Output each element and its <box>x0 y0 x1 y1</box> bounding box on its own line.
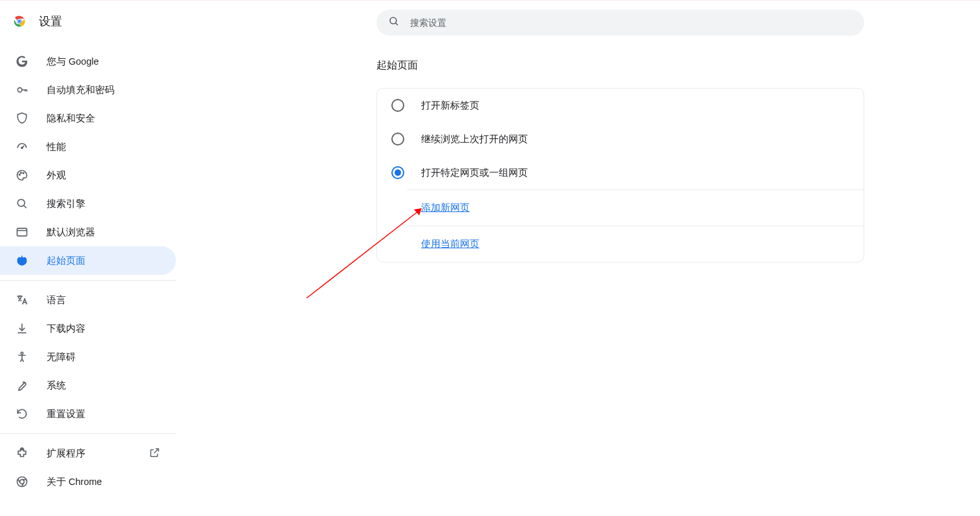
svg-point-13 <box>23 173 24 174</box>
radio-label: 打开特定网页或一组网页 <box>421 167 528 179</box>
sidebar-item-privacy[interactable]: 隐私和安全 <box>0 104 176 133</box>
sidebar-item-downloads[interactable]: 下载内容 <box>0 314 176 343</box>
sidebar-item-reset[interactable]: 重置设置 <box>0 400 176 428</box>
search-icon <box>16 197 28 210</box>
radio-continue[interactable]: 继续浏览上次打开的网页 <box>377 122 864 156</box>
svg-line-4 <box>395 23 398 25</box>
wrench-icon <box>16 379 28 392</box>
page-title: 设置 <box>39 14 62 29</box>
svg-point-5 <box>17 88 22 92</box>
sidebar-item-label: 默认浏览器 <box>47 226 176 239</box>
search-input[interactable] <box>410 17 853 28</box>
google-icon <box>16 55 28 68</box>
search-icon <box>388 16 400 30</box>
sidebar-item-accessibility[interactable]: 无障碍 <box>0 343 176 371</box>
download-icon <box>16 322 28 335</box>
nav-divider <box>0 280 176 281</box>
power-icon <box>16 254 28 267</box>
sidebar-item-about[interactable]: 关于 Chrome <box>0 468 176 496</box>
use-current-row[interactable]: 使用当前网页 <box>407 226 864 262</box>
sidebar-item-label: 搜索引擎 <box>47 198 176 210</box>
shield-icon <box>16 112 28 125</box>
svg-point-21 <box>21 352 23 354</box>
sidebar-item-languages[interactable]: 语言 <box>0 286 176 314</box>
radio-label: 继续浏览上次打开的网页 <box>421 133 528 145</box>
sidebar-item-label: 自动填充和密码 <box>47 84 176 96</box>
sidebar-item-label: 扩展程序 <box>47 447 131 460</box>
svg-point-14 <box>17 199 25 206</box>
sidebar-item-label: 语言 <box>47 294 176 306</box>
svg-point-10 <box>21 147 23 149</box>
sidebar-item-label: 重置设置 <box>47 408 176 420</box>
radio-icon <box>391 133 404 145</box>
browser-icon <box>16 226 28 239</box>
sidebar-item-label: 无障碍 <box>47 351 176 363</box>
sidebar-item-performance[interactable]: 性能 <box>0 133 176 161</box>
main-content: 起始页面 打开新标签页 继续浏览上次打开的网页 打开特定网页或一组网页 添加新网… <box>376 59 864 263</box>
chrome-logo-icon <box>13 15 26 28</box>
nav-divider <box>0 433 176 434</box>
header: 设置 <box>0 1 980 42</box>
add-page-row[interactable]: 添加新网页 <box>407 189 864 226</box>
external-link-icon <box>149 447 160 460</box>
startup-card: 打开新标签页 继续浏览上次打开的网页 打开特定网页或一组网页 添加新网页 使用当… <box>376 88 864 263</box>
speed-icon <box>16 140 28 153</box>
sidebar-item-on-startup[interactable]: 起始页面 <box>0 246 176 275</box>
svg-line-15 <box>24 206 27 208</box>
section-title: 起始页面 <box>376 59 864 72</box>
sidebar-item-you-and-google[interactable]: 您与 Google <box>0 47 176 76</box>
radio-open-new-tab[interactable]: 打开新标签页 <box>377 89 864 122</box>
key-icon <box>16 83 28 96</box>
svg-point-11 <box>19 174 20 175</box>
sidebar-item-label: 性能 <box>47 141 176 153</box>
sidebar-item-default-browser[interactable]: 默认浏览器 <box>0 218 176 246</box>
translate-icon <box>16 294 28 306</box>
sidebar-item-label: 外观 <box>47 169 176 182</box>
add-page-link[interactable]: 添加新网页 <box>421 202 470 213</box>
svg-point-2 <box>17 19 21 23</box>
palette-icon <box>16 169 28 182</box>
accessibility-icon <box>16 350 28 363</box>
radio-label: 打开新标签页 <box>421 100 479 112</box>
sidebar-item-label: 隐私和安全 <box>47 113 176 125</box>
svg-point-3 <box>390 17 397 24</box>
sidebar-item-label: 您与 Google <box>47 56 176 68</box>
sidebar-item-appearance[interactable]: 外观 <box>0 161 176 189</box>
sidebar-item-system[interactable]: 系统 <box>0 371 176 400</box>
chrome-icon <box>16 475 28 488</box>
radio-icon-checked <box>391 166 404 179</box>
radio-specific-pages[interactable]: 打开特定网页或一组网页 <box>377 156 864 189</box>
sidebar-item-search-engine[interactable]: 搜索引擎 <box>0 189 176 218</box>
svg-rect-16 <box>17 228 27 236</box>
radio-icon <box>391 99 404 112</box>
svg-point-12 <box>21 172 22 173</box>
reset-icon <box>16 407 28 420</box>
sidebar-item-extensions[interactable]: 扩展程序 <box>0 439 176 468</box>
header-left: 设置 <box>0 14 62 29</box>
search-box[interactable] <box>376 10 864 36</box>
svg-line-23 <box>154 449 158 453</box>
sidebar-item-label: 起始页面 <box>47 255 176 267</box>
use-current-link[interactable]: 使用当前网页 <box>421 239 479 249</box>
sidebar: 您与 Google 自动填充和密码 隐私和安全 性能 外观 搜索引擎 <box>0 47 176 496</box>
search-container <box>376 10 864 36</box>
extension-icon <box>16 447 28 460</box>
sidebar-item-label: 系统 <box>47 380 176 392</box>
sidebar-item-label: 关于 Chrome <box>47 476 176 488</box>
sidebar-item-label: 下载内容 <box>47 323 176 335</box>
sidebar-item-autofill[interactable]: 自动填充和密码 <box>0 76 176 104</box>
